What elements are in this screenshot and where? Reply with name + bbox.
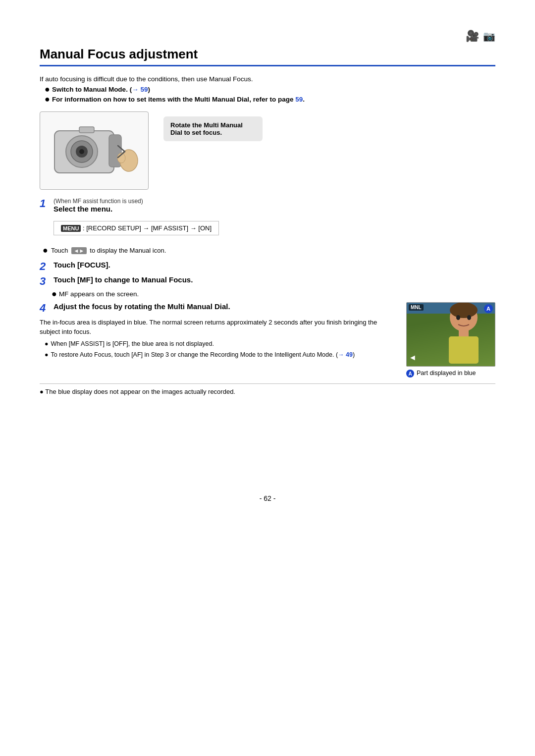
mf-screen-text: MF appears on the screen. <box>59 290 139 298</box>
step-3-content: Touch [MF] to change to Manual Focus. <box>54 275 193 284</box>
mode-icons: 🎥 📷 <box>40 30 495 43</box>
step-4-content: Adjust the focus by rotating the Multi M… <box>54 302 230 311</box>
svg-rect-11 <box>459 330 469 337</box>
bullet-mf-screen: ● MF appears on the screen. <box>52 290 495 298</box>
bullet-dot6: ● <box>45 350 49 360</box>
svg-point-4 <box>79 149 84 154</box>
step-4-label: Adjust the focus by rotating the Multi M… <box>54 302 230 311</box>
page-title: Manual Focus adjustment <box>40 47 495 62</box>
step-3-label: Touch [MF] to change to Manual Focus. <box>54 275 193 284</box>
page-ref-49: → 49 <box>338 351 353 358</box>
touch-prefix: Touch <box>51 247 68 254</box>
video-camera-icon: 🎥 <box>466 30 479 43</box>
step-1-number: 1 <box>40 198 51 210</box>
bullet-mf-off: ● When [MF ASSIST] is [OFF], the blue ar… <box>45 339 394 349</box>
step-2-content: Touch [FOCUS]. <box>54 261 110 269</box>
step-1-label: Select the menu. <box>54 205 112 213</box>
page-content: 🎥 📷 Manual Focus adjustment If auto focu… <box>40 30 495 395</box>
bullet-switch-manual: ● Switch to Manual Mode. (→ 59) <box>45 86 495 94</box>
step-2-number: 2 <box>40 261 51 272</box>
touch-instruction-line: ● Touch ◄► to display the Manual icon. <box>43 245 495 256</box>
bullet-dot3: ● <box>43 245 48 256</box>
bullet-text2: For information on how to set items with… <box>52 96 305 103</box>
mf-off-text: When [MF ASSIST] is [OFF], the blue area… <box>51 339 214 349</box>
part-displayed-text: Part displayed in blue <box>417 370 476 377</box>
menu-icon: MENU <box>61 225 81 232</box>
svg-point-10 <box>450 303 478 318</box>
photo-camera-icon: 📷 <box>483 30 495 42</box>
page-ref-59a: → 59 <box>132 86 148 93</box>
step-4-row: 4 Adjust the focus by rotating the Multi… <box>40 302 394 314</box>
callout-text: Rotate the Multi Manual Dial to set focu… <box>163 116 263 141</box>
svg-point-14 <box>467 315 471 320</box>
infocus-text: The in-focus area is displayed in blue. … <box>40 318 394 337</box>
touch-arrows: ◄► <box>71 247 87 254</box>
intro-text: If auto focusing is difficult due to the… <box>40 75 495 83</box>
page-number: - 62 - <box>260 494 276 502</box>
bullet-dot4: ● <box>52 289 57 298</box>
step-4-number: 4 <box>40 302 51 314</box>
svg-point-13 <box>456 315 460 320</box>
restore-af-text: To restore Auto Focus, touch [AF] in Ste… <box>51 350 355 360</box>
menu-path: : [RECORD SETUP] → [MF ASSIST] → [ON] <box>83 224 212 232</box>
step-3-number: 3 <box>40 275 51 287</box>
page-ref-59b: 59 <box>295 96 303 103</box>
svg-rect-12 <box>449 336 479 364</box>
part-displayed-label: A Part displayed in blue <box>406 370 495 378</box>
bullet-dot5: ● <box>45 339 49 349</box>
focus-arrow-left: ◄ <box>409 353 417 362</box>
bottom-rule <box>40 383 495 384</box>
person-illustration <box>436 303 491 367</box>
step-1-sublabel: (When MF assist function is used) <box>54 198 143 205</box>
step-1-content: (When MF assist function is used) Select… <box>54 198 143 213</box>
mnl-label: MNL <box>409 304 424 311</box>
focus-image-area: MNL A ◄ A Part displayed in blue <box>406 302 495 378</box>
bold-for-info: For information on how to set items with… <box>52 96 305 103</box>
callout-box: Rotate the Multi Manual Dial to set focu… <box>163 111 263 141</box>
camera-illustration <box>40 111 149 190</box>
bold-switch: Switch to Manual Mode. ( <box>52 86 132 93</box>
step-1-row: 1 (When MF assist function is used) Sele… <box>40 198 495 213</box>
bullet-dot2: ● <box>45 95 50 104</box>
bullet-text: Switch to Manual Mode. (→ 59) <box>52 86 150 93</box>
svg-rect-5 <box>79 127 94 133</box>
circle-a-icon: A <box>406 370 414 378</box>
camera-area: Rotate the Multi Manual Dial to set focu… <box>40 111 495 190</box>
bullet-multimanual: ● For information on how to set items wi… <box>45 96 495 104</box>
touch-suffix: to display the Manual icon. <box>90 247 166 254</box>
focus-image: MNL A ◄ <box>406 302 495 367</box>
bottom-note: ● The blue display does not appear on th… <box>40 388 495 395</box>
menu-instruction-container: MENU : [RECORD SETUP] → [MF ASSIST] → [O… <box>54 216 495 240</box>
step-3-row: 3 Touch [MF] to change to Manual Focus. <box>40 275 495 287</box>
step-4-text: 4 Adjust the focus by rotating the Multi… <box>40 302 394 362</box>
title-underline <box>40 65 495 66</box>
camera-drawing <box>45 116 144 185</box>
bullet-dot: ● <box>45 85 50 94</box>
step-4-area: 4 Adjust the focus by rotating the Multi… <box>40 302 495 378</box>
bullet-restore-af: ● To restore Auto Focus, touch [AF] in S… <box>45 350 394 360</box>
page-footer: - 62 - <box>40 494 495 502</box>
step-2-label: Touch [FOCUS]. <box>54 261 110 269</box>
menu-box: MENU : [RECORD SETUP] → [MF ASSIST] → [O… <box>54 221 219 235</box>
camera-svg-box <box>40 111 149 190</box>
step-2-row: 2 Touch [FOCUS]. <box>40 261 495 272</box>
